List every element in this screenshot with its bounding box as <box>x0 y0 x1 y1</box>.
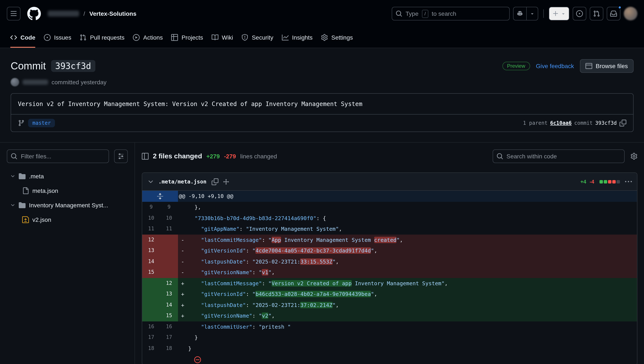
new-line-number[interactable]: 11 <box>160 224 178 234</box>
old-line-number[interactable]: 10 <box>142 213 160 224</box>
tree-item-label: v2.json <box>32 216 51 223</box>
code-line: "7330b16b-b70d-4d9b-b83d-227414a690f0": … <box>187 213 637 224</box>
copilot-dropdown-button[interactable] <box>526 7 538 20</box>
code-line: "lastCommitMessage": "App Inventory Mana… <box>187 234 637 245</box>
github-logo-icon[interactable] <box>27 7 41 20</box>
tab-settings[interactable]: Settings <box>318 27 356 48</box>
search-within-code-input[interactable] <box>492 150 624 163</box>
notifications-inbox-button[interactable] <box>606 7 620 20</box>
old-line-number[interactable] <box>142 278 160 289</box>
old-line-number[interactable]: 12 <box>142 234 160 245</box>
folder-icon <box>19 202 26 208</box>
diff-marker: - <box>178 267 187 278</box>
tree-item-label: meta.json <box>32 187 58 194</box>
chevron-down-icon <box>560 11 566 16</box>
file-tree-sidebar: .meta meta.json Inventory Management Sys… <box>0 142 135 364</box>
global-search-input[interactable]: Type / to search <box>392 7 510 20</box>
tab-code[interactable]: Code <box>7 27 39 48</box>
commit-heading-label: Commit <box>11 60 46 72</box>
diff-line-add: 13+ "gitVersionId": "b46cd533-a028-4b02-… <box>142 289 637 300</box>
expand-hunk-button[interactable] <box>142 191 178 202</box>
tab-projects[interactable]: Projects <box>168 27 206 48</box>
diff-line-context: 1717 } <box>142 332 637 343</box>
issues-header-button[interactable] <box>572 7 586 20</box>
committer-name-redacted[interactable] <box>22 80 48 85</box>
parent-sha-link[interactable]: 6c10aa6 <box>550 120 572 126</box>
create-new-button[interactable] <box>548 7 569 20</box>
old-line-number[interactable]: 16 <box>142 321 160 332</box>
tab-pull-requests[interactable]: Pull requests <box>76 27 128 48</box>
new-line-number[interactable]: 17 <box>160 332 178 343</box>
parent-count-label: 1 parent <box>523 120 548 126</box>
copy-sha-button[interactable] <box>619 120 626 126</box>
old-line-number[interactable]: 13 <box>142 245 160 256</box>
gear-icon <box>630 153 637 160</box>
new-line-number[interactable] <box>160 267 178 278</box>
copilot-button[interactable] <box>513 7 526 20</box>
old-line-number[interactable] <box>142 310 160 321</box>
diff-marker <box>178 332 187 343</box>
issue-opened-icon <box>576 10 583 17</box>
tab-security[interactable]: Security <box>238 27 277 48</box>
new-line-number[interactable]: 13 <box>160 289 178 300</box>
toggle-file-tree-button[interactable] <box>142 153 148 160</box>
repo-name-link[interactable]: Vertex-Solutions <box>90 10 136 17</box>
owner-name-redacted[interactable] <box>48 11 79 16</box>
new-line-number[interactable]: 16 <box>160 321 178 332</box>
tree-file-meta-json[interactable]: meta.json <box>7 184 128 198</box>
file-filter-options-button[interactable] <box>114 150 128 163</box>
file-options-kebab-button[interactable] <box>625 178 632 185</box>
new-line-number[interactable]: 18 <box>160 343 178 354</box>
code-icon <box>10 34 17 41</box>
unfold-icon <box>157 193 164 200</box>
search-icon <box>395 10 402 17</box>
new-line-number[interactable]: 14 <box>160 300 178 310</box>
new-line-number <box>160 354 178 364</box>
new-line-number[interactable] <box>160 234 178 245</box>
give-feedback-link[interactable]: Give feedback <box>536 62 574 70</box>
tab-wiki[interactable]: Wiki <box>208 27 236 48</box>
old-line-number[interactable] <box>142 300 160 310</box>
old-line-number[interactable] <box>142 289 160 300</box>
diff-line-del: 14- "lastpushDate": "2025-02-23T21:33:15… <box>142 256 637 267</box>
diffstat-block-add <box>604 180 607 183</box>
new-line-number[interactable] <box>160 256 178 267</box>
diff-filename: .meta/meta.json <box>158 178 206 185</box>
diff-settings-button[interactable] <box>630 153 637 160</box>
branch-name-pill[interactable]: master <box>28 119 55 127</box>
commit-message: Version v2 of Inventory Management Syste… <box>11 94 633 114</box>
git-branch-icon <box>18 120 25 126</box>
new-line-number[interactable]: 12 <box>160 278 178 289</box>
new-line-number[interactable]: 10 <box>160 213 178 224</box>
old-line-number[interactable]: 18 <box>142 343 160 354</box>
new-line-number[interactable]: 15 <box>160 310 178 321</box>
old-line-number[interactable]: 15 <box>142 267 160 278</box>
tab-actions[interactable]: Actions <box>130 27 166 48</box>
hamburger-menu-button[interactable] <box>7 7 20 20</box>
browse-files-button[interactable]: Browse files <box>580 59 633 73</box>
collapse-file-button[interactable] <box>147 178 154 185</box>
old-line-number[interactable]: 17 <box>142 332 160 343</box>
filter-files-input[interactable] <box>7 150 109 163</box>
copy-path-button[interactable] <box>212 178 218 185</box>
committed-date-text: committed yesterday <box>52 79 106 86</box>
committer-avatar[interactable] <box>11 78 19 86</box>
old-line-number[interactable]: 11 <box>142 224 160 234</box>
tab-label: Settings <box>331 34 353 41</box>
tree-folder-inventory-management-system[interactable]: Inventory Management Syst... <box>7 198 128 212</box>
pull-requests-header-button[interactable] <box>590 7 603 20</box>
old-line-number[interactable]: 9 <box>142 202 160 213</box>
commit-header: Commit 393cf3d Preview Give feedback Bro… <box>0 48 644 142</box>
new-line-number[interactable] <box>160 245 178 256</box>
old-line-number[interactable]: 14 <box>142 256 160 267</box>
move-anchor-button[interactable] <box>223 178 230 185</box>
new-line-number[interactable]: 9 <box>160 202 178 213</box>
user-avatar[interactable] <box>624 7 637 20</box>
tree-folder-meta[interactable]: .meta <box>7 169 128 184</box>
tab-insights[interactable]: Insights <box>278 27 316 48</box>
code-line: "lastpushDate": "2025-02-23T21:37:02.214… <box>187 300 637 310</box>
chevron-down-icon <box>147 178 154 185</box>
tab-issues[interactable]: Issues <box>40 27 75 48</box>
plus-icon <box>552 10 559 17</box>
tree-file-v2-json[interactable]: v2.json <box>7 212 128 227</box>
